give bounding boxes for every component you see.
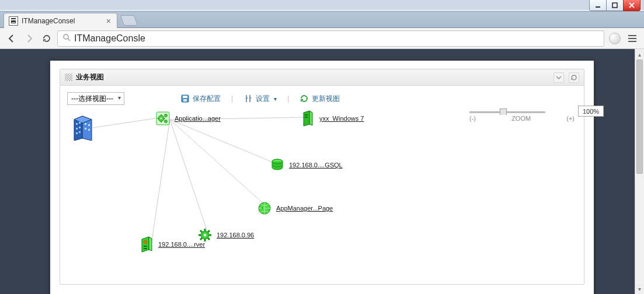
panel-title: 业务视图: [76, 72, 104, 82]
node-gsql[interactable]: 192.168.0....GSQL: [269, 157, 343, 173]
svg-rect-15: [76, 123, 78, 125]
refresh-view-label: 更新视图: [312, 94, 340, 104]
back-button[interactable]: [5, 32, 19, 46]
svg-rect-37: [305, 117, 308, 118]
reload-button[interactable]: [40, 32, 54, 46]
svg-line-46: [200, 230, 202, 232]
svg-rect-36: [305, 114, 308, 116]
svg-rect-5: [183, 99, 187, 102]
scroll-down-button[interactable]: ▾: [635, 284, 644, 294]
view-select-wrap[interactable]: ---选择视图---: [67, 92, 124, 105]
database-icon: [269, 157, 286, 173]
settings-caret-icon: ▾: [274, 96, 277, 102]
globe-icon: [609, 33, 621, 44]
building-icon: [72, 113, 96, 141]
panel-tools: [554, 72, 579, 83]
svg-line-47: [208, 238, 210, 240]
svg-point-53: [144, 241, 147, 244]
new-tab-button[interactable]: [120, 15, 138, 26]
page-viewport: 业务视图 ---选择视图---: [0, 49, 644, 294]
svg-rect-55: [144, 248, 147, 249]
node-appmanager-page[interactable]: AppManager...Page: [256, 200, 333, 216]
svg-rect-23: [85, 128, 86, 130]
svg-marker-34: [304, 111, 309, 126]
panel-refresh-button[interactable]: [569, 72, 579, 83]
forward-button[interactable]: [22, 32, 36, 46]
svg-point-27: [160, 117, 162, 119]
svg-point-2: [64, 34, 68, 39]
server-card-icon: [138, 236, 155, 253]
node-label: AppManager...Page: [276, 205, 333, 212]
zoom-value: 100%: [583, 108, 599, 115]
node-ip-96[interactable]: 192.168.0.96: [197, 227, 254, 243]
svg-rect-54: [144, 246, 147, 247]
save-config-button[interactable]: 保存配置: [180, 94, 221, 104]
refresh-icon: [300, 94, 309, 103]
topology-links: [66, 111, 578, 278]
svg-point-33: [165, 120, 168, 123]
svg-line-9: [170, 120, 268, 208]
svg-rect-19: [76, 132, 78, 134]
window-controls: [590, 0, 640, 11]
extension-globe-button[interactable]: [608, 32, 622, 46]
browser-tabstrip: ITManageConsel ×: [0, 12, 644, 28]
node-label: 192.168.0....rver: [158, 241, 205, 248]
settings-button[interactable]: 设置 ▾: [243, 94, 277, 104]
node-label: 192.168.0....GSQL: [289, 162, 343, 169]
component-gear-icon: [155, 110, 171, 127]
svg-marker-35: [309, 111, 312, 125]
address-input[interactable]: [74, 33, 599, 44]
svg-point-32: [165, 114, 168, 117]
node-label: 192.168.0.96: [217, 232, 254, 239]
settings-label: 设置: [256, 94, 270, 104]
svg-rect-24: [88, 129, 90, 131]
svg-line-49: [208, 230, 210, 232]
svg-rect-22: [88, 124, 90, 126]
svg-rect-16: [79, 122, 81, 124]
svg-rect-17: [76, 128, 78, 130]
os-window-titlebar: [0, 0, 644, 12]
node-application-manager[interactable]: Applicatio...ager: [155, 110, 221, 127]
node-label: yxx_Windows 7: [319, 115, 364, 122]
scroll-up-button[interactable]: ▴: [635, 49, 644, 60]
close-tab-button[interactable]: ×: [106, 17, 111, 25]
hamburger-icon: [626, 32, 639, 45]
page-scrollbar[interactable]: ▴ ▾: [635, 49, 644, 294]
toolbar-separator: |: [231, 94, 233, 103]
svg-rect-0: [596, 6, 600, 8]
svg-rect-18: [79, 127, 81, 128]
favicon-icon: [9, 16, 18, 26]
panel-body: ---选择视图--- 保存配置 |: [60, 86, 584, 284]
page-content: 业务视图 ---选择视图---: [50, 61, 594, 294]
topology-canvas[interactable]: Applicatio...ager yxx_Windows: [66, 111, 578, 278]
refresh-view-button[interactable]: 更新视图: [300, 94, 340, 104]
node-server[interactable]: 192.168.0....rver: [138, 236, 205, 253]
node-building[interactable]: [72, 113, 96, 141]
zoom-value-box[interactable]: 100%: [578, 106, 604, 117]
save-config-label: 保存配置: [193, 94, 221, 104]
panel-business-view: 业务视图 ---选择视图---: [60, 69, 584, 285]
address-bar[interactable]: [57, 30, 604, 47]
browser-tab-active[interactable]: ITManageConsel ×: [4, 13, 117, 28]
svg-rect-20: [79, 131, 81, 133]
svg-rect-1: [612, 3, 617, 8]
browser-menu-button[interactable]: [625, 32, 639, 46]
svg-rect-21: [85, 123, 86, 125]
save-icon: [180, 94, 190, 103]
svg-rect-4: [183, 96, 187, 98]
node-windows7[interactable]: yxx_Windows 7: [300, 110, 364, 127]
minimize-button[interactable]: [589, 0, 607, 11]
close-button[interactable]: [623, 0, 640, 11]
scrollbar-thumb[interactable]: [636, 60, 643, 174]
drag-grip-icon: [65, 74, 72, 81]
svg-line-11: [151, 120, 170, 244]
svg-line-10: [170, 120, 208, 235]
svg-marker-52: [149, 237, 152, 251]
node-label: Applicatio...ager: [175, 115, 221, 122]
toolbar-separator: |: [287, 94, 289, 103]
view-select[interactable]: ---选择视图---: [67, 92, 124, 105]
svg-line-6: [93, 117, 162, 128]
panel-collapse-button[interactable]: [554, 72, 564, 83]
maximize-button[interactable]: [606, 0, 624, 11]
wrench-icon: [243, 94, 253, 103]
